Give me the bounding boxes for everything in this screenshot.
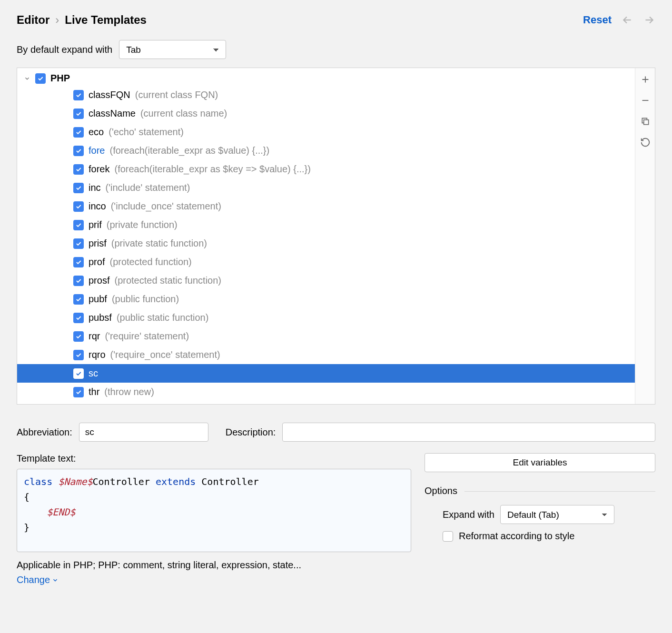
- item-name: prif: [89, 218, 102, 232]
- tree-item[interactable]: inco ('include_once' statement): [17, 197, 635, 216]
- chevron-down-icon: [24, 75, 30, 82]
- expand-default-select[interactable]: Tab: [119, 40, 226, 59]
- item-checkbox[interactable]: [73, 109, 84, 119]
- detail-fields: Abbreviation: Description:: [17, 423, 655, 442]
- item-name: forek: [89, 162, 109, 176]
- item-name: prisf: [89, 237, 107, 250]
- item-checkbox[interactable]: [73, 220, 84, 230]
- item-description: (public static function): [117, 311, 208, 325]
- tree-item[interactable]: sc: [17, 364, 635, 383]
- reformat-checkbox[interactable]: [443, 531, 453, 542]
- group-checkbox[interactable]: [35, 73, 46, 84]
- change-context-button[interactable]: Change: [17, 574, 59, 585]
- tree-item[interactable]: prisf (private static function): [17, 234, 635, 253]
- item-checkbox[interactable]: [73, 146, 84, 156]
- item-description: (private function): [107, 218, 178, 232]
- item-description: ('include_once' statement): [111, 199, 221, 213]
- breadcrumb-current: Live Templates: [65, 13, 147, 27]
- item-name: classFQN: [89, 88, 130, 102]
- template-text-editor[interactable]: class $Name$Controller extends Controlle…: [17, 469, 411, 552]
- tree-item[interactable]: prof (protected function): [17, 253, 635, 271]
- item-name: inco: [89, 199, 106, 213]
- header: Editor › Live Templates Reset: [17, 13, 655, 27]
- item-name: inc: [89, 181, 101, 195]
- tree-item[interactable]: forek (foreach(iterable_expr as $key => …: [17, 160, 635, 178]
- item-name: pubsf: [89, 311, 112, 325]
- expand-default-row: By default expand with Tab: [17, 40, 655, 59]
- item-checkbox[interactable]: [73, 90, 84, 100]
- abbreviation-label: Abbreviation:: [17, 427, 72, 438]
- tree-item[interactable]: prosf (protected static function): [17, 271, 635, 290]
- tree-item[interactable]: prif (private function): [17, 216, 635, 234]
- description-input[interactable]: [282, 423, 655, 442]
- item-checkbox[interactable]: [73, 257, 84, 267]
- item-name: prof: [89, 255, 105, 269]
- edit-variables-button[interactable]: Edit variables: [425, 453, 655, 472]
- item-checkbox[interactable]: [73, 183, 84, 193]
- group-name: PHP: [50, 73, 70, 84]
- item-description: (protected function): [109, 255, 191, 269]
- tree-item[interactable]: rqro ('require_once' statement): [17, 346, 635, 364]
- remove-icon[interactable]: [640, 95, 651, 106]
- tree-item[interactable]: classFQN (current class FQN): [17, 86, 635, 104]
- item-checkbox[interactable]: [73, 276, 84, 286]
- item-name: pubf: [89, 292, 107, 306]
- item-name: fore: [89, 144, 105, 158]
- tree-item[interactable]: className (current class name): [17, 104, 635, 123]
- item-name: prosf: [89, 274, 109, 287]
- tree-item[interactable]: thr (throw new): [17, 383, 635, 401]
- abbreviation-input[interactable]: [79, 423, 208, 442]
- item-checkbox[interactable]: [73, 387, 84, 397]
- expand-default-label: By default expand with: [17, 44, 112, 55]
- tree-item[interactable]: rqr ('require' statement): [17, 327, 635, 346]
- tree-item[interactable]: fore (foreach(iterable_expr as $value) {…: [17, 141, 635, 160]
- item-name: rqro: [89, 348, 106, 362]
- svg-rect-0: [643, 120, 648, 125]
- templates-tree[interactable]: PHP classFQN (current class FQN)classNam…: [17, 68, 635, 404]
- item-description: (throw new): [104, 385, 154, 399]
- back-arrow-icon[interactable]: [621, 14, 633, 26]
- item-description: (protected static function): [114, 274, 221, 287]
- item-checkbox[interactable]: [73, 164, 84, 175]
- add-icon[interactable]: [640, 74, 651, 85]
- expand-with-label: Expand with: [443, 509, 494, 520]
- expand-with-select[interactable]: Default (Tab): [500, 505, 614, 524]
- item-checkbox[interactable]: [73, 313, 84, 323]
- item-description: (foreach(iterable_expr as $key => $value…: [114, 162, 310, 176]
- description-label: Description:: [226, 427, 276, 438]
- templates-panel: PHP classFQN (current class FQN)classNam…: [17, 68, 655, 405]
- breadcrumb: Editor › Live Templates: [17, 13, 147, 27]
- tree-item[interactable]: pubsf (public static function): [17, 308, 635, 327]
- tree-item[interactable]: pubf (public function): [17, 290, 635, 308]
- item-description: ('include' statement): [106, 181, 190, 195]
- item-description: ('echo' statement): [109, 125, 184, 139]
- forward-arrow-icon[interactable]: [643, 14, 655, 26]
- item-checkbox[interactable]: [73, 294, 84, 305]
- template-text-label: Template text:: [17, 453, 411, 464]
- breadcrumb-separator: ›: [55, 13, 59, 27]
- item-name: rqr: [89, 329, 100, 343]
- item-description: (foreach(iterable_expr as $value) {...}): [109, 144, 269, 158]
- item-checkbox[interactable]: [73, 368, 84, 379]
- item-checkbox[interactable]: [73, 238, 84, 249]
- item-description: (public function): [112, 292, 179, 306]
- tree-item[interactable]: eco ('echo' statement): [17, 123, 635, 141]
- side-toolbar: [635, 68, 655, 404]
- item-name: thr: [89, 385, 99, 399]
- tree-group-header[interactable]: PHP: [17, 71, 635, 86]
- duplicate-icon[interactable]: [640, 116, 651, 127]
- item-checkbox[interactable]: [73, 201, 84, 212]
- item-description: ('require' statement): [105, 329, 189, 343]
- item-name: sc: [89, 366, 98, 380]
- breadcrumb-root[interactable]: Editor: [17, 13, 49, 27]
- item-description: (current class FQN): [135, 88, 218, 102]
- item-description: ('require_once' statement): [110, 348, 220, 362]
- item-checkbox[interactable]: [73, 127, 84, 138]
- item-name: eco: [89, 125, 104, 139]
- reset-button[interactable]: Reset: [583, 14, 612, 26]
- revert-icon[interactable]: [640, 137, 651, 148]
- tree-item[interactable]: inc ('include' statement): [17, 178, 635, 197]
- item-checkbox[interactable]: [73, 350, 84, 360]
- item-checkbox[interactable]: [73, 331, 84, 342]
- header-actions: Reset: [583, 14, 655, 26]
